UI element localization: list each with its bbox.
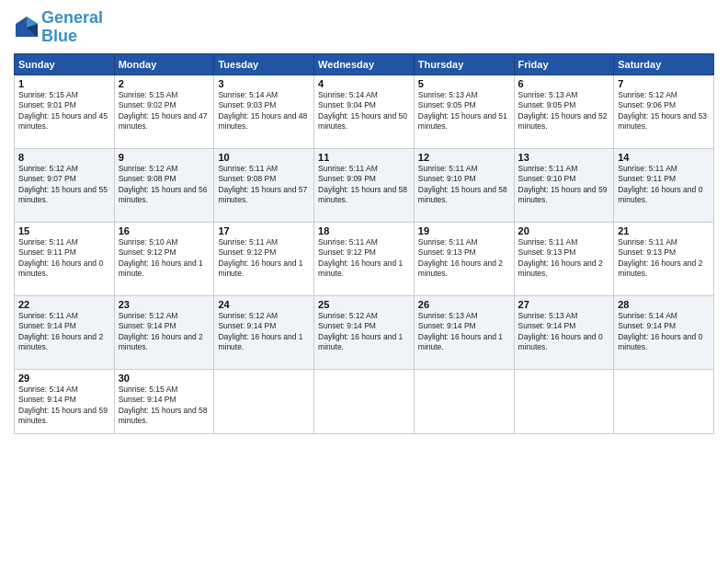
table-row: 14 Sunrise: 5:11 AM Sunset: 9:11 PM Dayl… <box>614 148 714 222</box>
table-row <box>414 369 514 433</box>
table-row: 23 Sunrise: 5:12 AM Sunset: 9:14 PM Dayl… <box>114 295 214 369</box>
table-row: 3 Sunrise: 5:14 AM Sunset: 9:03 PM Dayli… <box>214 75 314 148</box>
day-info: Sunrise: 5:12 AM Sunset: 9:14 PM Dayligh… <box>119 311 210 353</box>
day-info: Sunrise: 5:14 AM Sunset: 9:14 PM Dayligh… <box>18 385 110 427</box>
day-number: 21 <box>618 225 710 236</box>
day-info: Sunrise: 5:14 AM Sunset: 9:14 PM Dayligh… <box>618 311 710 353</box>
table-row: 8 Sunrise: 5:12 AM Sunset: 9:07 PM Dayli… <box>15 148 115 222</box>
table-row: 29 Sunrise: 5:14 AM Sunset: 9:14 PM Dayl… <box>15 369 115 433</box>
table-row: 30 Sunrise: 5:15 AM Sunset: 9:14 PM Dayl… <box>114 369 214 433</box>
table-row: 25 Sunrise: 5:12 AM Sunset: 9:14 PM Dayl… <box>314 295 415 369</box>
day-info: Sunrise: 5:13 AM Sunset: 9:05 PM Dayligh… <box>418 90 510 132</box>
day-info: Sunrise: 5:12 AM Sunset: 9:07 PM Dayligh… <box>18 164 110 206</box>
table-row: 27 Sunrise: 5:13 AM Sunset: 9:14 PM Dayl… <box>514 295 614 369</box>
calendar-week-row: 22 Sunrise: 5:11 AM Sunset: 9:14 PM Dayl… <box>15 295 714 369</box>
col-thursday: Thursday <box>414 53 514 75</box>
day-number: 24 <box>218 299 310 310</box>
table-row: 1 Sunrise: 5:15 AM Sunset: 9:01 PM Dayli… <box>15 75 115 148</box>
day-info: Sunrise: 5:13 AM Sunset: 9:14 PM Dayligh… <box>518 311 610 353</box>
day-number: 26 <box>418 299 510 310</box>
day-number: 6 <box>518 78 610 89</box>
day-number: 8 <box>18 152 110 163</box>
table-row: 13 Sunrise: 5:11 AM Sunset: 9:10 PM Dayl… <box>514 148 614 222</box>
day-number: 17 <box>218 225 310 236</box>
table-row: 16 Sunrise: 5:10 AM Sunset: 9:12 PM Dayl… <box>114 222 214 295</box>
day-info: Sunrise: 5:11 AM Sunset: 9:11 PM Dayligh… <box>18 237 110 280</box>
day-number: 19 <box>418 225 510 236</box>
day-number: 9 <box>119 152 210 163</box>
day-info: Sunrise: 5:11 AM Sunset: 9:13 PM Dayligh… <box>418 237 510 280</box>
day-number: 5 <box>418 78 510 89</box>
table-row: 6 Sunrise: 5:13 AM Sunset: 9:05 PM Dayli… <box>514 75 614 148</box>
day-info: Sunrise: 5:10 AM Sunset: 9:12 PM Dayligh… <box>119 237 210 280</box>
day-number: 14 <box>618 152 710 163</box>
day-info: Sunrise: 5:12 AM Sunset: 9:06 PM Dayligh… <box>618 90 710 132</box>
day-number: 2 <box>119 78 210 89</box>
calendar-week-row: 8 Sunrise: 5:12 AM Sunset: 9:07 PM Dayli… <box>15 148 714 222</box>
col-sunday: Sunday <box>15 53 115 75</box>
day-number: 30 <box>119 373 210 384</box>
table-row: 20 Sunrise: 5:11 AM Sunset: 9:13 PM Dayl… <box>514 222 614 295</box>
day-number: 13 <box>518 152 610 163</box>
day-info: Sunrise: 5:11 AM Sunset: 9:08 PM Dayligh… <box>218 164 310 206</box>
day-info: Sunrise: 5:11 AM Sunset: 9:10 PM Dayligh… <box>518 164 610 206</box>
table-row: 17 Sunrise: 5:11 AM Sunset: 9:12 PM Dayl… <box>214 222 314 295</box>
calendar-table: Sunday Monday Tuesday Wednesday Thursday… <box>14 53 714 434</box>
table-row <box>514 369 614 433</box>
table-row: 11 Sunrise: 5:11 AM Sunset: 9:09 PM Dayl… <box>314 148 415 222</box>
calendar-week-row: 15 Sunrise: 5:11 AM Sunset: 9:11 PM Dayl… <box>15 222 714 295</box>
day-number: 29 <box>18 373 110 384</box>
table-row: 24 Sunrise: 5:12 AM Sunset: 9:14 PM Dayl… <box>214 295 314 369</box>
day-number: 12 <box>418 152 510 163</box>
table-row: 5 Sunrise: 5:13 AM Sunset: 9:05 PM Dayli… <box>414 75 514 148</box>
calendar-header-row: Sunday Monday Tuesday Wednesday Thursday… <box>15 53 714 75</box>
table-row <box>614 369 714 433</box>
table-row: 22 Sunrise: 5:11 AM Sunset: 9:14 PM Dayl… <box>15 295 115 369</box>
day-number: 20 <box>518 225 610 236</box>
table-row <box>214 369 314 433</box>
logo-icon <box>14 15 40 40</box>
day-number: 3 <box>218 78 310 89</box>
header: General Blue <box>14 9 714 46</box>
day-info: Sunrise: 5:11 AM Sunset: 9:14 PM Dayligh… <box>18 311 110 353</box>
day-info: Sunrise: 5:11 AM Sunset: 9:11 PM Dayligh… <box>618 164 710 206</box>
day-number: 4 <box>318 78 410 89</box>
day-info: Sunrise: 5:15 AM Sunset: 9:02 PM Dayligh… <box>119 90 210 132</box>
day-number: 15 <box>18 225 110 236</box>
day-info: Sunrise: 5:13 AM Sunset: 9:05 PM Dayligh… <box>518 90 610 132</box>
table-row: 18 Sunrise: 5:11 AM Sunset: 9:12 PM Dayl… <box>314 222 415 295</box>
table-row: 9 Sunrise: 5:12 AM Sunset: 9:08 PM Dayli… <box>114 148 214 222</box>
day-info: Sunrise: 5:13 AM Sunset: 9:14 PM Dayligh… <box>418 311 510 353</box>
col-saturday: Saturday <box>614 53 714 75</box>
day-number: 1 <box>18 78 110 89</box>
day-number: 28 <box>618 299 710 310</box>
calendar-week-row: 1 Sunrise: 5:15 AM Sunset: 9:01 PM Dayli… <box>15 75 714 148</box>
day-info: Sunrise: 5:14 AM Sunset: 9:04 PM Dayligh… <box>318 90 410 132</box>
table-row: 7 Sunrise: 5:12 AM Sunset: 9:06 PM Dayli… <box>614 75 714 148</box>
table-row: 15 Sunrise: 5:11 AM Sunset: 9:11 PM Dayl… <box>15 222 115 295</box>
day-number: 27 <box>518 299 610 310</box>
day-info: Sunrise: 5:12 AM Sunset: 9:14 PM Dayligh… <box>218 311 310 353</box>
day-number: 10 <box>218 152 310 163</box>
table-row: 26 Sunrise: 5:13 AM Sunset: 9:14 PM Dayl… <box>414 295 514 369</box>
day-info: Sunrise: 5:11 AM Sunset: 9:10 PM Dayligh… <box>418 164 510 206</box>
table-row: 2 Sunrise: 5:15 AM Sunset: 9:02 PM Dayli… <box>114 75 214 148</box>
day-info: Sunrise: 5:15 AM Sunset: 9:14 PM Dayligh… <box>119 385 210 427</box>
col-tuesday: Tuesday <box>214 53 314 75</box>
col-wednesday: Wednesday <box>314 53 415 75</box>
table-row: 28 Sunrise: 5:14 AM Sunset: 9:14 PM Dayl… <box>614 295 714 369</box>
day-number: 18 <box>318 225 410 236</box>
day-info: Sunrise: 5:11 AM Sunset: 9:13 PM Dayligh… <box>618 237 710 280</box>
col-monday: Monday <box>114 53 214 75</box>
day-number: 25 <box>318 299 410 310</box>
day-info: Sunrise: 5:11 AM Sunset: 9:09 PM Dayligh… <box>318 164 410 206</box>
day-info: Sunrise: 5:11 AM Sunset: 9:13 PM Dayligh… <box>518 237 610 280</box>
table-row <box>314 369 415 433</box>
logo: General Blue <box>14 9 103 46</box>
day-info: Sunrise: 5:11 AM Sunset: 9:12 PM Dayligh… <box>318 237 410 280</box>
day-info: Sunrise: 5:11 AM Sunset: 9:12 PM Dayligh… <box>218 237 310 280</box>
day-info: Sunrise: 5:12 AM Sunset: 9:08 PM Dayligh… <box>119 164 210 206</box>
day-number: 23 <box>119 299 210 310</box>
day-number: 11 <box>318 152 410 163</box>
calendar-week-row: 29 Sunrise: 5:14 AM Sunset: 9:14 PM Dayl… <box>15 369 714 433</box>
